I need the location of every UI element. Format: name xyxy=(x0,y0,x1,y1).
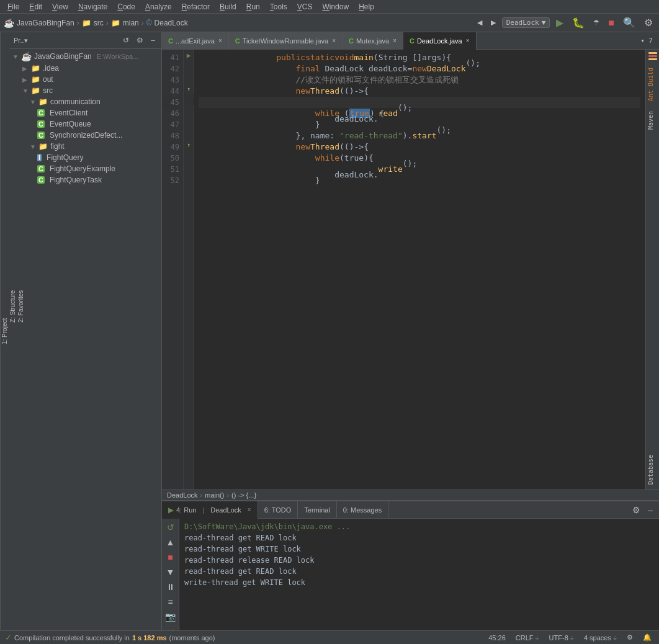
line-num-49: 49 xyxy=(162,141,179,153)
breadcrumb-file[interactable]: DeadLock xyxy=(155,19,188,27)
scroll-marker-yellow-2 xyxy=(648,58,657,60)
search-everywhere-btn[interactable]: 🔍 xyxy=(621,16,638,30)
toolbar: ☕ JavaGaoBingFan › 📁 src › 📁 mian › © De… xyxy=(0,14,659,32)
breadcrumb-src[interactable]: src xyxy=(94,19,104,27)
rerun-btn[interactable]: ↺ xyxy=(166,521,176,534)
minimize-panel-btn[interactable]: – xyxy=(645,504,655,516)
line-numbers: 41 42 43 44 45 46 47 48 49 50 51 52 xyxy=(162,50,184,490)
tree-idea[interactable]: ▶ 📁 .idea xyxy=(10,63,161,74)
settings-btn[interactable]: ⚙ xyxy=(642,16,655,30)
scroll-down-btn[interactable]: ▼ xyxy=(165,566,176,578)
line-num-50: 50 xyxy=(162,153,179,164)
toolbar-forward-btn[interactable]: ▶ xyxy=(488,17,498,28)
status-line-ending[interactable]: CRLF ÷ xyxy=(513,634,542,642)
tab-thread-exit-close[interactable]: × xyxy=(218,37,222,44)
menu-build[interactable]: Build xyxy=(215,1,241,12)
ant-build-tab[interactable]: Ant Build xyxy=(646,65,659,104)
tab-mutex-close[interactable]: × xyxy=(393,37,397,44)
tree-synchronized-defect[interactable]: C SynchronizedDefect... xyxy=(10,130,161,141)
status-position[interactable]: 45:26 xyxy=(486,634,508,642)
status-encoding[interactable]: UTF-8 ÷ xyxy=(547,634,576,642)
run-btn[interactable]: ▶ xyxy=(554,16,566,30)
stop-run-btn[interactable]: ■ xyxy=(166,551,174,563)
menu-tools[interactable]: Tools xyxy=(265,1,292,12)
menu-refactor[interactable]: Refactor xyxy=(177,1,215,12)
tree-root[interactable]: ▼ ☕ JavaGaoBingFan E:\WorkSpa... xyxy=(10,50,161,63)
gutter-49: ↑ xyxy=(184,139,194,150)
line-num-51: 51 xyxy=(162,164,179,175)
project-icon: ☕ xyxy=(4,18,14,28)
menu-navigate[interactable]: Navigate xyxy=(73,1,112,12)
structure-tab-label[interactable]: Z: Structure xyxy=(9,287,17,326)
menu-edit[interactable]: Edit xyxy=(24,1,47,12)
project-tab-label[interactable]: 1: Project xyxy=(1,315,9,348)
run-tab[interactable]: ▶ 4: Run | DeadLock × xyxy=(162,501,258,519)
tab-mutex[interactable]: C Mutex.java × xyxy=(343,32,403,50)
favorites-tab-label[interactable]: 2: Favorites xyxy=(17,287,25,326)
menu-help[interactable]: Help xyxy=(354,1,379,12)
coverage-btn[interactable]: ☂ xyxy=(591,17,602,28)
database-tab[interactable]: Database xyxy=(646,452,659,487)
toolbar-back-btn[interactable]: ◀ xyxy=(475,17,485,28)
debug-btn[interactable]: 🐛 xyxy=(570,16,587,30)
menu-code[interactable]: Code xyxy=(112,1,140,12)
menu-analyze[interactable]: Analyze xyxy=(140,1,177,12)
menu-window[interactable]: Window xyxy=(317,1,354,12)
idea-label: .idea xyxy=(43,64,59,73)
event-queue-icon: C xyxy=(37,120,45,128)
tree-out[interactable]: ▶ 📁 out xyxy=(10,74,161,85)
scroll-up-btn[interactable]: ▲ xyxy=(165,536,176,548)
run-tab-icon: ▶ xyxy=(168,506,174,514)
maven-tab[interactable]: Maven xyxy=(646,109,659,132)
code-editor[interactable]: public static void main(String []args) {… xyxy=(194,50,645,490)
project-collapse-btn[interactable]: – xyxy=(148,35,158,46)
tab-deadlock-icon: C xyxy=(410,37,415,45)
fight-query-example-label: FightQueryExample xyxy=(50,164,115,173)
root-label: JavaGaoBingFan xyxy=(34,52,92,61)
fight-folder-icon: 📁 xyxy=(38,142,48,151)
todo-tab[interactable]: 6: TODO xyxy=(258,501,298,519)
status-alert-icon[interactable]: 🔔 xyxy=(640,633,654,642)
tab-ticket-close[interactable]: × xyxy=(332,37,336,44)
messages-tab[interactable]: 0: Messages xyxy=(337,501,388,519)
status-indent[interactable]: 4 spaces ÷ xyxy=(581,634,619,642)
project-settings-btn[interactable]: ⚙ xyxy=(134,35,146,46)
tab-deadlock[interactable]: C DeadLock.java × xyxy=(403,32,477,50)
menu-file[interactable]: File xyxy=(2,1,24,12)
tree-fight-query[interactable]: I FightQuery xyxy=(10,152,161,163)
tree-event-client[interactable]: C EventClient xyxy=(10,107,161,119)
console-line-3: read-thread release READ lock xyxy=(184,555,654,566)
stop-btn[interactable]: ■ xyxy=(606,16,617,30)
settings-panel-btn[interactable]: ⚙ xyxy=(630,504,643,516)
gutter-44: ↑ xyxy=(184,83,194,94)
run-tab-close[interactable]: × xyxy=(248,506,251,513)
project-refresh-btn[interactable]: ↺ xyxy=(120,35,132,46)
run-controls: ↺ ▲ ■ ▼ ⏸ ≡ 📷 ↩ ★ 🗑 xyxy=(162,519,179,630)
terminal-tab[interactable]: Terminal xyxy=(298,501,337,519)
gutter-52 xyxy=(184,172,194,184)
todo-tab-label: 6: TODO xyxy=(264,506,292,514)
breadcrumb-project[interactable]: JavaGaoBingFan xyxy=(17,19,74,27)
tree-event-queue[interactable]: C EventQueue xyxy=(10,119,161,130)
dump-threads-btn[interactable]: ≡ xyxy=(166,596,174,608)
run-config-selector[interactable]: DeadLock ▼ xyxy=(502,17,550,28)
menu-run[interactable]: Run xyxy=(241,1,265,12)
tree-fight-query-example[interactable]: C FightQueryExample xyxy=(10,163,161,174)
menu-view[interactable]: View xyxy=(47,1,73,12)
menu-vcs[interactable]: VCS xyxy=(292,1,318,12)
tab-deadlock-close[interactable]: × xyxy=(466,37,470,44)
tab-thread-exit[interactable]: C ...adExit.java × xyxy=(162,32,229,50)
run-tab-deadlock: DeadLock xyxy=(210,506,241,514)
camera-btn[interactable]: 📷 xyxy=(164,610,177,623)
tree-src[interactable]: ▼ 📁 src xyxy=(10,85,161,96)
wrap-btn[interactable]: ↩ xyxy=(166,625,176,630)
breadcrumb-mian[interactable]: mian xyxy=(123,19,139,27)
status-settings-icon[interactable]: ⚙ xyxy=(624,633,635,642)
tab-ticket-label: TicketWindowRunnable.java xyxy=(243,37,328,45)
tree-communication[interactable]: ▼ 📁 communication xyxy=(10,96,161,107)
tree-fight[interactable]: ▼ 📁 fight xyxy=(10,141,161,152)
tab-ticket-window[interactable]: C TicketWindowRunnable.java × xyxy=(229,32,343,50)
idea-folder-icon: 📁 xyxy=(31,64,40,73)
pause-btn[interactable]: ⏸ xyxy=(165,581,176,593)
tree-fight-query-task[interactable]: C FightQueryTask xyxy=(10,174,161,186)
